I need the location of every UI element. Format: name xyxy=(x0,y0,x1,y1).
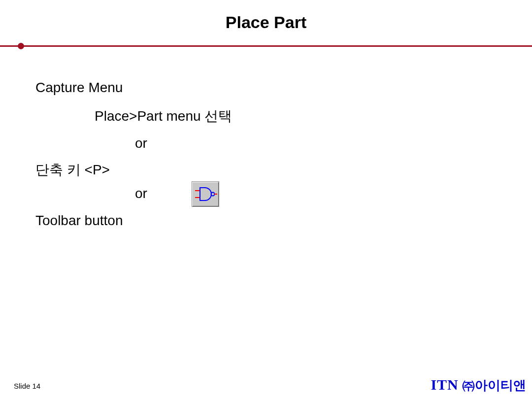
text-place-part-menu: Place>Part menu 선택 xyxy=(95,107,232,125)
content-block: Capture Menu Place>Part menu 선택 or 단축 키 … xyxy=(35,79,232,230)
place-part-toolbar-button[interactable] xyxy=(192,181,219,207)
divider-dot xyxy=(18,43,24,49)
text-or-2: or xyxy=(135,185,147,202)
slide-number: Slide 14 xyxy=(14,382,40,390)
brand-itn: ITN xyxy=(431,376,458,393)
title-divider xyxy=(0,45,532,48)
footer: Slide 14 ITN ㈜아이티앤 xyxy=(0,379,532,399)
nand-gate-icon xyxy=(194,186,218,203)
brand-label: ITN ㈜아이티앤 xyxy=(431,376,526,394)
text-or-1: or xyxy=(135,134,232,152)
text-shortcut: 단축 키 <P> xyxy=(35,161,232,179)
page-title: Place Part xyxy=(0,13,532,32)
divider-line xyxy=(0,45,532,47)
text-toolbar-button: Toolbar button xyxy=(35,212,232,230)
brand-rest: ㈜아이티앤 xyxy=(459,378,526,393)
text-capture-menu: Capture Menu xyxy=(35,79,232,97)
